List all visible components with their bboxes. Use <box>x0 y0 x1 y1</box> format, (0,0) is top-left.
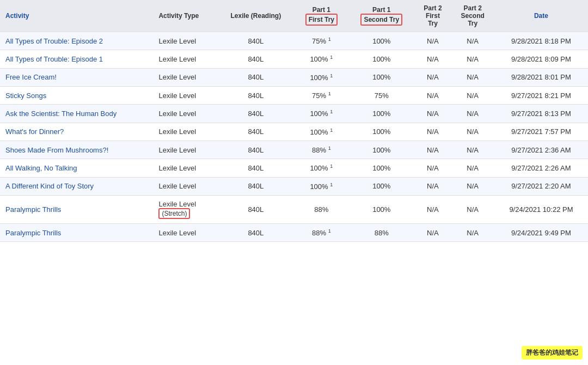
cell-date: 9/28/2021 8:18 PM <box>494 32 588 50</box>
cell-activity-type: Lexile Level <box>153 50 217 68</box>
cell-p1-second: 75% <box>348 86 414 104</box>
cell-activity: All Types of Trouble: Episode 1 <box>0 50 153 68</box>
table-row: All Walking, No TalkingLexile Level840L1… <box>0 159 588 177</box>
table-row: What's for Dinner?Lexile Level840L100% 1… <box>0 123 588 141</box>
activity-link[interactable]: Shoes Made From Mushrooms?! <box>5 146 108 154</box>
cell-activity: Free Ice Cream! <box>0 68 153 86</box>
superscript: 1 <box>330 73 333 78</box>
cell-lexile: 840L <box>217 50 294 68</box>
superscript: 1 <box>330 163 333 169</box>
superscript: 1 <box>328 36 331 42</box>
cell-activity-type: Lexile Level <box>153 159 217 177</box>
cell-p2-first: N/A <box>414 159 451 177</box>
cell-p2-first: N/A <box>414 105 451 123</box>
cell-activity-type: Lexile Level <box>153 68 217 86</box>
header-lexile: Lexile (Reading) <box>217 0 294 32</box>
date-sort-link[interactable]: Date <box>534 12 548 20</box>
superscript: 1 <box>328 91 331 96</box>
cell-date: 9/24/2021 10:22 PM <box>494 195 588 223</box>
header-p1-first-try: Part 1First Try <box>295 0 349 32</box>
cell-p1-first: 100% 1 <box>295 105 349 123</box>
activity-link[interactable]: A Different Kind of Toy Story <box>5 182 94 190</box>
cell-p2-second: N/A <box>451 223 494 241</box>
activity-link[interactable]: Paralympic Thrills <box>5 229 61 237</box>
cell-p1-second: 100% <box>348 32 414 50</box>
cell-activity-type: Lexile Level(Stretch) <box>153 195 217 223</box>
cell-p1-first: 75% 1 <box>295 32 349 50</box>
cell-date: 9/27/2021 8:13 PM <box>494 105 588 123</box>
cell-activity-type: Lexile Level <box>153 105 217 123</box>
cell-p1-second: 100% <box>348 195 414 223</box>
superscript: 1 <box>330 182 333 187</box>
cell-date: 9/28/2021 8:01 PM <box>494 68 588 86</box>
cell-p2-first: N/A <box>414 195 451 223</box>
cell-p2-second: N/A <box>451 105 494 123</box>
activity-link[interactable]: Free Ice Cream! <box>5 73 57 81</box>
cell-activity: Paralympic Thrills <box>0 195 153 223</box>
activity-sort-link[interactable]: Activity <box>5 12 29 20</box>
table-row: All Types of Trouble: Episode 1Lexile Le… <box>0 50 588 68</box>
cell-activity-type: Lexile Level <box>153 177 217 195</box>
cell-p2-second: N/A <box>451 123 494 141</box>
cell-activity-type: Lexile Level <box>153 141 217 159</box>
cell-lexile: 840L <box>217 223 294 241</box>
cell-p2-first: N/A <box>414 123 451 141</box>
cell-activity-type: Lexile Level <box>153 223 217 241</box>
activity-link[interactable]: Sticky Songs <box>5 92 46 100</box>
table-row: Paralympic ThrillsLexile Level840L88% 18… <box>0 223 588 241</box>
activity-link[interactable]: Ask the Scientist: The Human Body <box>5 110 117 118</box>
cell-activity: All Walking, No Talking <box>0 159 153 177</box>
table-row: All Types of Trouble: Episode 2Lexile Le… <box>0 32 588 50</box>
activity-link[interactable]: What's for Dinner? <box>5 127 64 136</box>
cell-date: 9/24/2021 9:49 PM <box>494 223 588 241</box>
activity-link[interactable]: Paralympic Thrills <box>5 205 61 214</box>
table-row: Sticky SongsLexile Level840L75% 175%N/AN… <box>0 86 588 104</box>
cell-lexile: 840L <box>217 68 294 86</box>
cell-lexile: 840L <box>217 159 294 177</box>
superscript: 1 <box>330 127 333 133</box>
superscript: 1 <box>328 228 331 234</box>
cell-p1-second: 100% <box>348 159 414 177</box>
cell-date: 9/27/2021 2:26 AM <box>494 159 588 177</box>
superscript: 1 <box>330 109 333 114</box>
table-row: A Different Kind of Toy StoryLexile Leve… <box>0 177 588 195</box>
cell-lexile: 840L <box>217 105 294 123</box>
table-row: Shoes Made From Mushrooms?!Lexile Level8… <box>0 141 588 159</box>
cell-p2-second: N/A <box>451 86 494 104</box>
table-header: Activity Activity Type Lexile (Reading) … <box>0 0 588 32</box>
cell-date: 9/28/2021 8:09 PM <box>494 50 588 68</box>
cell-p1-second: 100% <box>348 123 414 141</box>
header-date[interactable]: Date <box>494 0 588 32</box>
cell-lexile: 840L <box>217 86 294 104</box>
cell-activity: Shoes Made From Mushrooms?! <box>0 141 153 159</box>
cell-date: 9/27/2021 7:57 PM <box>494 123 588 141</box>
cell-p1-first: 88% <box>295 195 349 223</box>
header-p2-second-try: Part 2SecondTry <box>451 0 494 32</box>
cell-p1-first: 100% 1 <box>295 177 349 195</box>
cell-p2-second: N/A <box>451 68 494 86</box>
cell-activity: All Types of Trouble: Episode 2 <box>0 32 153 50</box>
cell-activity: What's for Dinner? <box>0 123 153 141</box>
cell-p2-first: N/A <box>414 32 451 50</box>
table-row: Ask the Scientist: The Human BodyLexile … <box>0 105 588 123</box>
activity-link[interactable]: All Types of Trouble: Episode 1 <box>5 55 103 63</box>
cell-p2-second: N/A <box>451 177 494 195</box>
table-row: Free Ice Cream!Lexile Level840L100% 1100… <box>0 68 588 86</box>
type-line1: Lexile Level <box>158 200 196 208</box>
cell-p2-second: N/A <box>451 141 494 159</box>
cell-p2-second: N/A <box>451 195 494 223</box>
cell-p1-first: 100% 1 <box>295 68 349 86</box>
cell-lexile: 840L <box>217 195 294 223</box>
activity-link[interactable]: All Walking, No Talking <box>5 164 77 172</box>
cell-p1-second: 88% <box>348 223 414 241</box>
cell-date: 9/27/2021 8:21 PM <box>494 86 588 104</box>
cell-activity-type: Lexile Level <box>153 123 217 141</box>
cell-lexile: 840L <box>217 123 294 141</box>
header-activity[interactable]: Activity <box>0 0 153 32</box>
cell-p2-first: N/A <box>414 177 451 195</box>
header-activity-type: Activity Type <box>153 0 217 32</box>
superscript: 1 <box>328 145 331 151</box>
cell-activity-type: Lexile Level <box>153 32 217 50</box>
cell-p2-first: N/A <box>414 223 451 241</box>
activity-link[interactable]: All Types of Trouble: Episode 2 <box>5 37 103 45</box>
